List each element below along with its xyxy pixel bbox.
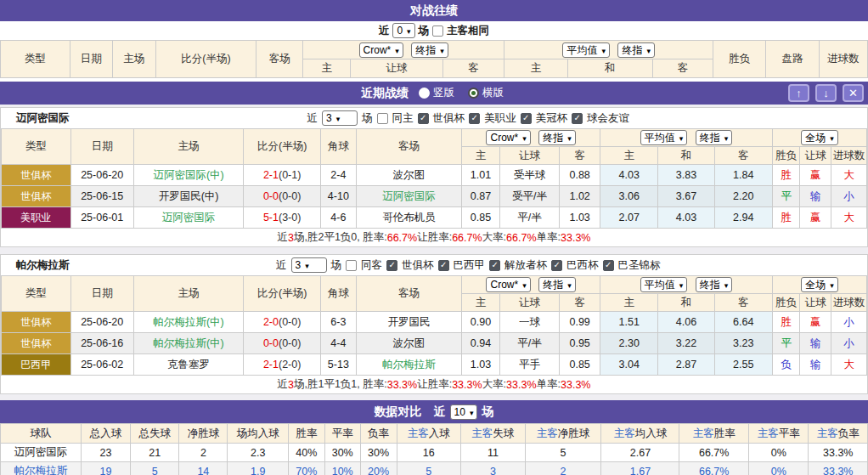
league-checkbox[interactable] [521,113,532,124]
handicap-result-cell: 输 [800,186,831,207]
away-team-link[interactable]: 哥伦布机员 [356,207,461,229]
score-cell[interactable]: 0-0(0-0) [244,333,321,354]
full-match-select[interactable]: 全场 [801,130,838,145]
compare-team-link[interactable]: 迈阿密国际 [1,444,82,462]
score-cell[interactable]: 2-1(2-0) [244,354,321,376]
final-odds-select[interactable]: 终指 [538,277,576,292]
goals-result-cell: 大 [831,165,867,186]
final-odds-select[interactable]: 终指 [538,130,576,145]
league-checkbox[interactable] [438,260,449,271]
match-date: 25-06-20 [70,312,133,333]
match-date: 25-06-01 [70,207,133,229]
compare-stat-cell: 40% [288,444,324,462]
away-team-link[interactable]: 开罗国民 [356,312,461,333]
result-cell: 平 [772,333,800,354]
final-odds-select[interactable]: 终指 [411,42,448,58]
move-down-button[interactable]: ↓ [815,84,837,102]
home-odds: 0.90 [462,312,500,333]
league-checkbox[interactable] [469,113,480,124]
h2h-section: 对战往绩 近 0 场 主客相同 类型 日期 主场 比分(半场) 客场 Crow*… [0,0,868,82]
league-checkbox-label: 巴西杯 [566,258,599,273]
team-recent-count-select[interactable]: 3 [322,110,358,126]
team-section-miami: 迈阿密国际 近3场同主世俱杯美职业美冠杯球会友谊 类型 日期 主场 比分(半场)… [0,107,868,247]
score-cell[interactable]: 2-1(0-1) [244,165,321,186]
score-cell[interactable]: 2-0(0-0) [244,312,321,333]
col-handicap: 让球 [499,294,559,312]
avg-draw-odds: 3.67 [658,186,714,207]
summary-part: 场,胜1平1负1, 胜率: [294,377,387,392]
h2h-recent-count-select[interactable]: 0 [392,23,414,38]
final-odds-select-2[interactable]: 终指 [617,42,655,58]
same-venue-checkbox[interactable] [346,260,357,271]
home-team-link[interactable]: 克鲁塞罗 [133,354,243,376]
col-result: 胜负 [713,41,766,78]
league-checkbox[interactable] [489,260,500,271]
compare-stat-cell: 5 [131,462,179,475]
league-checkbox[interactable] [418,113,429,124]
summary-part: 33.3% [506,379,536,391]
handicap-line: 一球 [499,312,559,333]
away-odds: 1.03 [560,207,600,229]
compare-team-link[interactable]: 帕尔梅拉斯 [1,462,82,475]
team-name: 帕尔梅拉斯 [16,258,70,273]
team-filter: 近3场同主世俱杯美职业美冠杯球会友谊 [70,110,868,126]
league-checkbox[interactable] [603,260,614,271]
league-checkbox[interactable] [386,260,397,271]
goals-result-cell: 小 [831,312,867,333]
near-label: 近 [307,111,318,126]
compare-stat-cell: 66.7% [679,444,749,462]
horizontal-layout-label: 横版 [482,86,504,100]
score-cell[interactable]: 0-0(0-0) [244,186,321,207]
team-recent-count-select[interactable]: 3 [291,257,327,273]
col-date: 日期 [70,129,133,165]
crow-company-select[interactable]: Crow* [486,277,530,292]
handicap-result-cell: 赢 [800,165,831,186]
result-cell: 负 [772,354,800,376]
half-score: (2-0) [279,359,301,370]
compare-stat-cell: 33.3% [809,444,868,462]
match-date: 25-06-16 [70,333,133,354]
away-team-link[interactable]: 波尔图 [356,165,461,186]
league-checkbox[interactable] [572,113,583,124]
col-draw: 和 [567,59,652,78]
league-checkbox[interactable] [551,260,562,271]
average-select[interactable]: 平均值 [562,42,610,58]
away-team-link[interactable]: 帕尔梅拉斯 [356,354,461,376]
near-label: 近 [434,404,446,420]
home-team-link[interactable]: 帕尔梅拉斯(中) [133,312,243,333]
close-icon[interactable]: ✕ [843,84,864,102]
league-checkbox-label: 美冠杯 [536,111,568,126]
average-select[interactable]: 平均值 [640,130,688,145]
league-badge: 世俱杯 [2,333,71,354]
away-team-link[interactable]: 波尔图 [356,333,461,354]
final-odds-select-2[interactable]: 终指 [696,130,733,145]
col-draw: 和 [658,147,714,165]
same-home-away-checkbox[interactable] [432,25,443,37]
away-team-link[interactable]: 迈阿密国际 [356,186,461,207]
away-odds: 1.02 [560,186,600,207]
compare-recent-count-select[interactable]: 10 [450,404,478,420]
crow-company-select[interactable]: Crow* [359,42,403,58]
home-team-link[interactable]: 开罗国民(中) [133,186,243,207]
col-draw: 和 [658,294,714,312]
vertical-layout-radio[interactable] [419,88,430,99]
final-odds-select-2[interactable]: 终指 [696,277,733,292]
horizontal-layout-radio[interactable] [468,88,479,99]
home-team-link[interactable]: 迈阿密国际 [133,207,243,229]
col-guest: 客 [652,59,713,78]
move-up-button[interactable]: ↑ [788,84,809,102]
summary-part: 让胜率: [417,230,452,245]
average-select[interactable]: 平均值 [640,277,688,292]
home-team-link[interactable]: 帕尔梅拉斯(中) [133,333,243,354]
full-match-select[interactable]: 全场 [801,277,838,292]
home-team-link[interactable]: 迈阿密国际(中) [133,165,243,186]
handicap-result-cell: 输 [800,354,831,376]
avg-away-odds: 2.20 [714,186,772,207]
crow-company-select[interactable]: Crow* [486,130,530,145]
same-venue-checkbox[interactable] [377,113,388,124]
compare-stat-cell: 21 [131,444,179,462]
same-venue-label: 同客 [361,258,382,273]
full-score: 0-0 [263,190,279,202]
score-cell[interactable]: 5-1(3-0) [244,207,321,229]
compare-col-header: 场均入球 [228,424,288,444]
